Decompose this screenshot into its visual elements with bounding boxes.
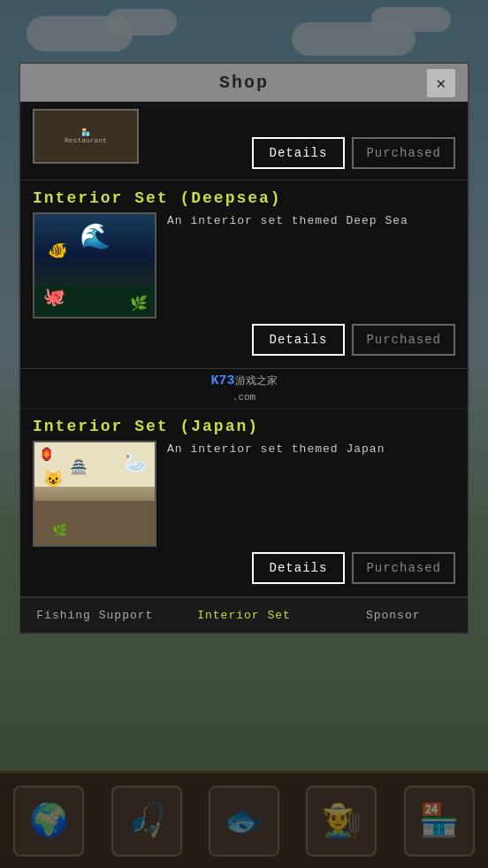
japan-details-button[interactable]: Details bbox=[252, 552, 346, 584]
watermark-sub1: 游戏之家 bbox=[235, 375, 278, 388]
japan-description: An interior set themed Japan bbox=[167, 441, 455, 459]
watermark: K73游戏之家 .com bbox=[20, 369, 468, 409]
deepsea-purchased-button[interactable]: Purchased bbox=[352, 324, 455, 356]
deepsea-description: An interior set themed Deep Sea bbox=[167, 212, 455, 231]
deepsea-btn-row: Details Purchased bbox=[33, 324, 455, 356]
shop-content: 🏪Restaurant Details Purchased Interior S… bbox=[20, 102, 468, 634]
japan-desc-col: An interior set themed Japan bbox=[167, 441, 455, 466]
watermark-k73: K73 bbox=[210, 373, 234, 388]
item-japan: Interior Set (Japan) 🏮 🦢 😺 🌿 🏯 An interi… bbox=[20, 409, 468, 597]
watermark-sub2: .com bbox=[233, 392, 255, 403]
tab-fishing-support[interactable]: Fishing Support bbox=[20, 598, 170, 633]
japan-btn-row: Details Purchased bbox=[33, 552, 455, 584]
shop-modal: Shop ✕ 🏪Restaurant Details Purchased Int… bbox=[19, 62, 469, 635]
japan-thumb: 🏮 🦢 😺 🌿 🏯 bbox=[33, 441, 156, 547]
modal-overlay: Shop ✕ 🏪Restaurant Details Purchased Int… bbox=[0, 0, 488, 868]
modal-header: Shop ✕ bbox=[20, 64, 468, 102]
close-button[interactable]: ✕ bbox=[425, 67, 457, 99]
modal-title: Shop bbox=[219, 73, 269, 93]
tab-sponsor[interactable]: Sponsor bbox=[318, 598, 468, 633]
deepsea-desc-col: An interior set themed Deep Sea bbox=[167, 212, 455, 238]
deepsea-thumb: 🌊 🐙 🌿 🐠 bbox=[33, 212, 156, 319]
japan-title: Interior Set (Japan) bbox=[33, 418, 455, 435]
deepsea-details-button[interactable]: Details bbox=[252, 324, 346, 356]
item-restaurant-thumb: 🏪Restaurant bbox=[33, 109, 139, 164]
restaurant-purchased-button[interactable]: Purchased bbox=[352, 137, 455, 169]
deepsea-title: Interior Set (Deepsea) bbox=[33, 189, 455, 207]
japan-purchased-button[interactable]: Purchased bbox=[352, 552, 455, 584]
item-deepsea: Interior Set (Deepsea) 🌊 🐙 🌿 🐠 An interi… bbox=[20, 181, 468, 369]
item-restaurant: 🏪Restaurant Details Purchased bbox=[20, 102, 468, 181]
deepsea-layout: 🌊 🐙 🌿 🐠 An interior set themed Deep Sea bbox=[33, 212, 455, 319]
tab-bar: Fishing Support Interior Set Sponsor bbox=[20, 597, 468, 634]
restaurant-details-button[interactable]: Details bbox=[252, 137, 346, 169]
tab-interior-set[interactable]: Interior Set bbox=[170, 598, 319, 633]
japan-layout: 🏮 🦢 😺 🌿 🏯 An interior set themed Japan bbox=[33, 441, 455, 547]
